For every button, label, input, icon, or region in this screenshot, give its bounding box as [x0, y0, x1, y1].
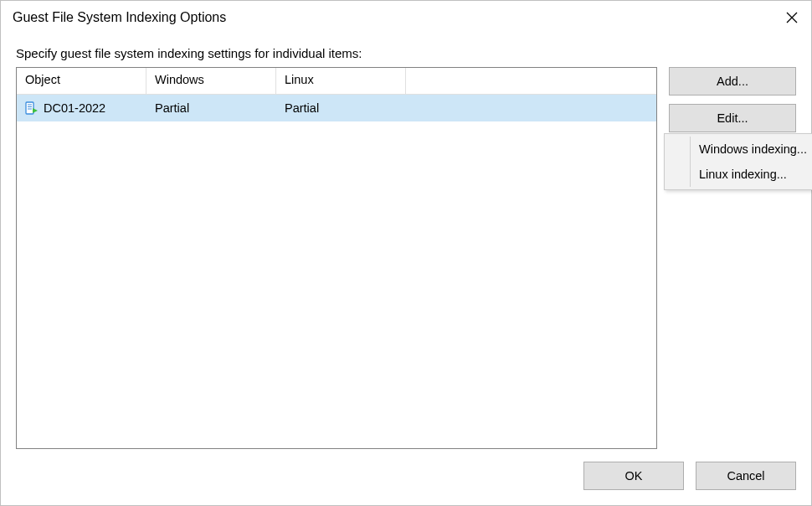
- close-icon: [786, 12, 798, 23]
- svg-marker-6: [33, 108, 38, 113]
- dialog-title: Guest File System Indexing Options: [13, 10, 226, 25]
- menu-item-windows-indexing[interactable]: Windows indexing...: [667, 137, 812, 162]
- vm-icon: [25, 101, 39, 115]
- edit-dropdown-menu: Windows indexing... Linux indexing...: [664, 133, 812, 190]
- ok-button[interactable]: OK: [583, 462, 684, 490]
- cell-windows: Partial: [146, 101, 276, 115]
- titlebar: Guest File System Indexing Options: [1, 1, 811, 34]
- add-button[interactable]: Add...: [669, 67, 796, 96]
- cancel-button[interactable]: Cancel: [696, 462, 796, 490]
- menu-item-linux-indexing[interactable]: Linux indexing...: [667, 162, 812, 187]
- cell-linux: Partial: [276, 101, 406, 115]
- main-area: Object Windows Linux DC01-2: [16, 67, 796, 449]
- column-header-spacer: [406, 68, 656, 94]
- items-list[interactable]: Object Windows Linux DC01-2: [16, 67, 657, 449]
- edit-button[interactable]: Edit...: [669, 104, 796, 132]
- column-header-linux[interactable]: Linux: [276, 68, 406, 94]
- column-header-object[interactable]: Object: [17, 68, 146, 94]
- close-button[interactable]: [773, 1, 811, 34]
- dialog-content: Specify guest file system indexing setti…: [1, 34, 811, 505]
- cell-object-text: DC01-2022: [44, 101, 105, 115]
- cell-object: DC01-2022: [17, 101, 146, 115]
- indexing-options-dialog: Guest File System Indexing Options Speci…: [0, 0, 812, 506]
- dialog-footer: OK Cancel: [583, 462, 796, 490]
- svg-rect-2: [26, 102, 33, 114]
- side-button-panel: Add... Edit... Windows indexing... Linux…: [669, 67, 796, 449]
- instruction-text: Specify guest file system indexing setti…: [16, 46, 796, 60]
- column-header-windows[interactable]: Windows: [146, 68, 276, 94]
- list-header: Object Windows Linux: [17, 68, 656, 95]
- table-row[interactable]: DC01-2022 Partial Partial: [17, 95, 656, 121]
